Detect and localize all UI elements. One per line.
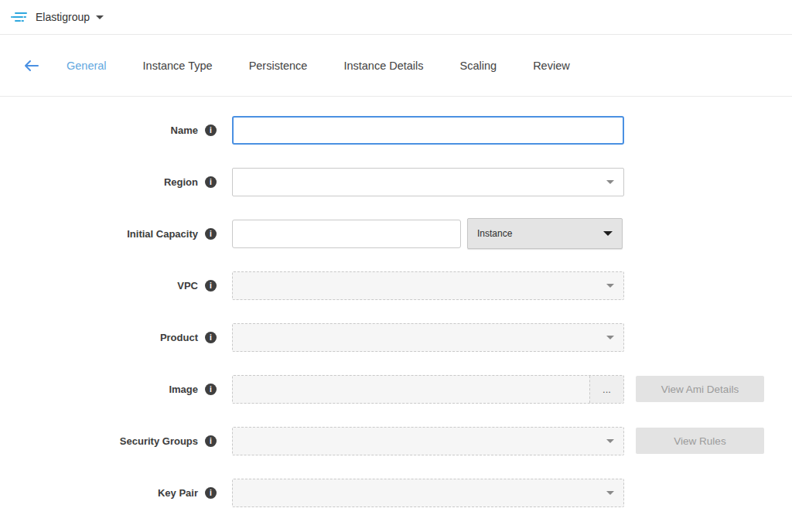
initial-capacity-label: Initial Capacity: [127, 228, 198, 240]
tab-general[interactable]: General: [67, 60, 107, 72]
tab-persistence[interactable]: Persistence: [249, 60, 308, 72]
capacity-unit-select[interactable]: Instance: [467, 218, 623, 249]
back-button[interactable]: [17, 52, 45, 80]
form-row-initial-capacity: Initial Capacity i Instance: [0, 219, 792, 248]
form-row-security-groups: Security Groups i View Rules: [0, 426, 792, 455]
security-groups-select: [232, 427, 624, 455]
chevron-down-icon: [606, 284, 614, 288]
capacity-unit-value: Instance: [477, 228, 512, 239]
tab-instance-details[interactable]: Instance Details: [343, 60, 423, 72]
name-input[interactable]: [232, 116, 624, 145]
image-label: Image: [169, 384, 198, 395]
elastigroup-logo-icon: [11, 11, 28, 23]
name-label: Name: [171, 124, 198, 136]
vpc-select: [232, 271, 624, 300]
key-pair-select: [232, 479, 624, 507]
region-label: Region: [164, 176, 198, 188]
chevron-down-icon: [606, 180, 614, 184]
back-arrow-icon: [24, 60, 39, 72]
product-select: [232, 323, 624, 352]
security-groups-label: Security Groups: [120, 435, 198, 447]
tab-review[interactable]: Review: [533, 60, 570, 72]
info-icon[interactable]: i: [205, 332, 217, 343]
view-rules-button[interactable]: View Rules: [636, 428, 764, 454]
brand-name[interactable]: Elastigroup: [36, 11, 90, 23]
wizard-tab-bar: General Instance Type Persistence Instan…: [0, 35, 792, 97]
info-icon[interactable]: i: [205, 176, 217, 188]
top-bar: Elastigroup: [0, 0, 792, 35]
general-form: Name i Region i Initial Capacity i Inst: [0, 97, 792, 507]
browse-image-button[interactable]: ...: [589, 376, 623, 403]
form-row-product: Product i: [0, 322, 792, 352]
form-row-vpc: VPC i: [0, 271, 792, 300]
image-field: ...: [232, 375, 624, 404]
chevron-down-icon: [606, 439, 614, 443]
info-icon[interactable]: i: [205, 228, 217, 240]
info-icon[interactable]: i: [205, 435, 217, 447]
region-select[interactable]: [232, 168, 624, 196]
chevron-down-icon: [606, 491, 614, 495]
form-row-image: Image i ... View Ami Details: [0, 374, 792, 404]
info-icon[interactable]: i: [205, 487, 217, 499]
tab-scaling[interactable]: Scaling: [460, 60, 497, 72]
form-row-name: Name i: [0, 115, 792, 145]
tabs: General Instance Type Persistence Instan…: [67, 60, 570, 72]
info-icon[interactable]: i: [205, 124, 217, 136]
initial-capacity-input[interactable]: [232, 220, 461, 248]
tab-instance-type[interactable]: Instance Type: [143, 60, 213, 72]
info-icon[interactable]: i: [205, 280, 217, 292]
product-label: Product: [160, 332, 198, 343]
form-row-region: Region i: [0, 167, 792, 196]
chevron-down-icon: [603, 231, 613, 236]
chevron-down-icon: [606, 336, 614, 339]
key-pair-label: Key Pair: [158, 487, 198, 499]
vpc-label: VPC: [177, 280, 198, 292]
info-icon[interactable]: i: [205, 384, 217, 395]
form-row-key-pair: Key Pair i: [0, 478, 792, 507]
chevron-down-icon[interactable]: [96, 15, 104, 19]
view-ami-details-button[interactable]: View Ami Details: [636, 376, 764, 402]
